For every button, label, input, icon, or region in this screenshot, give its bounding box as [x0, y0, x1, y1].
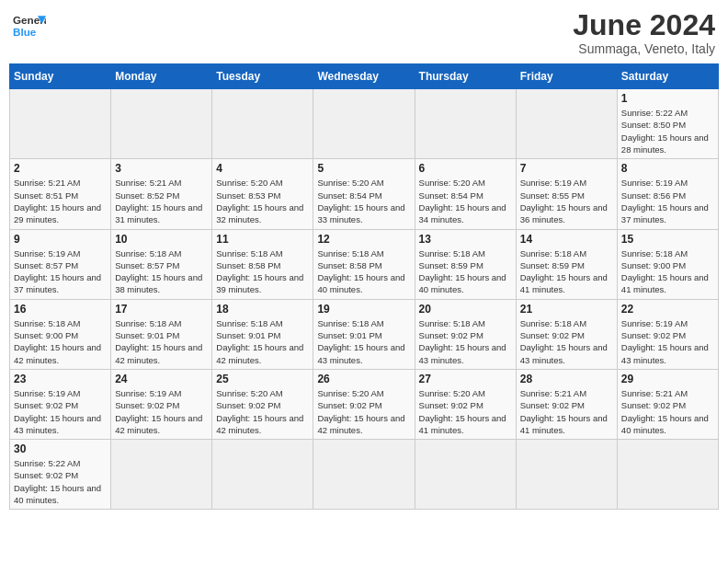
- day-info: Sunrise: 5:19 AM Sunset: 9:02 PM Dayligh…: [14, 387, 107, 436]
- day-info: Sunrise: 5:19 AM Sunset: 9:02 PM Dayligh…: [621, 317, 714, 366]
- day-info: Sunrise: 5:18 AM Sunset: 9:00 PM Dayligh…: [14, 317, 107, 366]
- day-info: Sunrise: 5:18 AM Sunset: 9:01 PM Dayligh…: [317, 317, 410, 366]
- day-number: 7: [520, 162, 613, 175]
- day-number: 23: [14, 373, 107, 385]
- day-number: 10: [115, 233, 208, 246]
- day-number: 11: [216, 233, 309, 246]
- logo-icon: General Blue: [13, 9, 46, 42]
- calendar-cell: [516, 440, 617, 510]
- day-info: Sunrise: 5:18 AM Sunset: 9:02 PM Dayligh…: [520, 317, 613, 366]
- day-info: Sunrise: 5:20 AM Sunset: 9:02 PM Dayligh…: [216, 387, 309, 436]
- day-number: 28: [520, 373, 613, 385]
- calendar-cell: 30Sunrise: 5:22 AM Sunset: 9:02 PM Dayli…: [10, 440, 111, 510]
- day-number: 14: [520, 233, 613, 246]
- day-info: Sunrise: 5:18 AM Sunset: 8:57 PM Dayligh…: [115, 247, 208, 296]
- weekday-header-friday: Friday: [516, 64, 617, 89]
- calendar-cell: [617, 440, 718, 510]
- weekday-header-row: SundayMondayTuesdayWednesdayThursdayFrid…: [10, 64, 719, 89]
- day-number: 2: [14, 162, 107, 175]
- day-number: 13: [419, 233, 512, 246]
- calendar-cell: 15Sunrise: 5:18 AM Sunset: 9:00 PM Dayli…: [617, 229, 718, 299]
- calendar-cell: 7Sunrise: 5:19 AM Sunset: 8:55 PM Daylig…: [516, 159, 617, 229]
- day-number: 19: [317, 303, 410, 316]
- day-info: Sunrise: 5:21 AM Sunset: 8:52 PM Dayligh…: [115, 177, 208, 225]
- weekday-header-thursday: Thursday: [415, 64, 516, 89]
- calendar-cell: 21Sunrise: 5:18 AM Sunset: 9:02 PM Dayli…: [516, 299, 617, 369]
- calendar-row-3: 16Sunrise: 5:18 AM Sunset: 9:00 PM Dayli…: [10, 299, 719, 369]
- day-number: 26: [317, 373, 410, 385]
- logo: General Blue: [13, 9, 46, 42]
- day-number: 5: [317, 162, 410, 175]
- location-subtitle: Summaga, Veneto, Italy: [573, 41, 715, 56]
- day-number: 12: [317, 233, 410, 246]
- day-number: 17: [115, 303, 208, 316]
- weekday-header-sunday: Sunday: [10, 64, 111, 89]
- calendar-table: SundayMondayTuesdayWednesdayThursdayFrid…: [9, 63, 719, 510]
- weekday-header-monday: Monday: [111, 64, 212, 89]
- day-info: Sunrise: 5:22 AM Sunset: 9:02 PM Dayligh…: [14, 457, 107, 506]
- calendar-cell: [516, 89, 617, 159]
- day-number: 27: [419, 373, 512, 385]
- day-info: Sunrise: 5:18 AM Sunset: 8:59 PM Dayligh…: [520, 247, 613, 296]
- calendar-cell: [415, 440, 516, 510]
- day-info: Sunrise: 5:20 AM Sunset: 8:53 PM Dayligh…: [216, 177, 309, 225]
- calendar-row-2: 9Sunrise: 5:19 AM Sunset: 8:57 PM Daylig…: [10, 229, 719, 299]
- calendar-cell: 13Sunrise: 5:18 AM Sunset: 8:59 PM Dayli…: [415, 229, 516, 299]
- month-title: June 2024: [573, 9, 715, 41]
- calendar-cell: 25Sunrise: 5:20 AM Sunset: 9:02 PM Dayli…: [212, 369, 313, 439]
- calendar-cell: [212, 440, 313, 510]
- day-number: 6: [419, 162, 512, 175]
- day-info: Sunrise: 5:19 AM Sunset: 8:55 PM Dayligh…: [520, 177, 613, 225]
- day-number: 8: [621, 162, 714, 175]
- day-info: Sunrise: 5:20 AM Sunset: 9:02 PM Dayligh…: [419, 387, 512, 436]
- calendar-row-5: 30Sunrise: 5:22 AM Sunset: 9:02 PM Dayli…: [10, 440, 719, 510]
- calendar-row-4: 23Sunrise: 5:19 AM Sunset: 9:02 PM Dayli…: [10, 369, 719, 439]
- day-number: 18: [216, 303, 309, 316]
- day-info: Sunrise: 5:18 AM Sunset: 8:59 PM Dayligh…: [419, 247, 512, 296]
- page-header: General Blue June 2024 Summaga, Veneto, …: [9, 9, 719, 56]
- calendar-cell: [212, 89, 313, 159]
- calendar-cell: 29Sunrise: 5:21 AM Sunset: 9:02 PM Dayli…: [617, 369, 718, 439]
- calendar-cell: [10, 89, 111, 159]
- calendar-cell: 3Sunrise: 5:21 AM Sunset: 8:52 PM Daylig…: [111, 159, 212, 229]
- day-info: Sunrise: 5:18 AM Sunset: 9:02 PM Dayligh…: [419, 317, 512, 366]
- day-info: Sunrise: 5:20 AM Sunset: 9:02 PM Dayligh…: [317, 387, 410, 436]
- title-block: June 2024 Summaga, Veneto, Italy: [573, 9, 715, 56]
- calendar-cell: 24Sunrise: 5:19 AM Sunset: 9:02 PM Dayli…: [111, 369, 212, 439]
- day-number: 29: [621, 373, 714, 385]
- calendar-cell: 19Sunrise: 5:18 AM Sunset: 9:01 PM Dayli…: [313, 299, 415, 369]
- calendar-cell: [111, 89, 212, 159]
- calendar-cell: 18Sunrise: 5:18 AM Sunset: 9:01 PM Dayli…: [212, 299, 313, 369]
- day-number: 15: [621, 233, 714, 246]
- day-number: 22: [621, 303, 714, 316]
- day-number: 20: [419, 303, 512, 316]
- calendar-cell: 27Sunrise: 5:20 AM Sunset: 9:02 PM Dayli…: [415, 369, 516, 439]
- day-number: 4: [216, 162, 309, 175]
- calendar-cell: 20Sunrise: 5:18 AM Sunset: 9:02 PM Dayli…: [415, 299, 516, 369]
- calendar-cell: 26Sunrise: 5:20 AM Sunset: 9:02 PM Dayli…: [313, 369, 415, 439]
- calendar-cell: 6Sunrise: 5:20 AM Sunset: 8:54 PM Daylig…: [415, 159, 516, 229]
- day-info: Sunrise: 5:18 AM Sunset: 8:58 PM Dayligh…: [216, 247, 309, 296]
- day-info: Sunrise: 5:19 AM Sunset: 8:56 PM Dayligh…: [621, 177, 714, 225]
- weekday-header-tuesday: Tuesday: [212, 64, 313, 89]
- day-number: 30: [14, 442, 107, 455]
- day-info: Sunrise: 5:21 AM Sunset: 8:51 PM Dayligh…: [14, 177, 107, 225]
- day-number: 9: [14, 233, 107, 246]
- calendar-row-0: 1Sunrise: 5:22 AM Sunset: 8:50 PM Daylig…: [10, 89, 719, 159]
- day-info: Sunrise: 5:22 AM Sunset: 8:50 PM Dayligh…: [621, 107, 714, 155]
- calendar-row-1: 2Sunrise: 5:21 AM Sunset: 8:51 PM Daylig…: [10, 159, 719, 229]
- day-info: Sunrise: 5:18 AM Sunset: 9:00 PM Dayligh…: [621, 247, 714, 296]
- calendar-cell: 23Sunrise: 5:19 AM Sunset: 9:02 PM Dayli…: [10, 369, 111, 439]
- calendar-cell: 8Sunrise: 5:19 AM Sunset: 8:56 PM Daylig…: [617, 159, 718, 229]
- weekday-header-wednesday: Wednesday: [313, 64, 415, 89]
- day-info: Sunrise: 5:21 AM Sunset: 9:02 PM Dayligh…: [520, 387, 613, 436]
- day-info: Sunrise: 5:18 AM Sunset: 9:01 PM Dayligh…: [216, 317, 309, 366]
- calendar-cell: [415, 89, 516, 159]
- day-info: Sunrise: 5:19 AM Sunset: 9:02 PM Dayligh…: [115, 387, 208, 436]
- calendar-cell: 17Sunrise: 5:18 AM Sunset: 9:01 PM Dayli…: [111, 299, 212, 369]
- calendar-cell: [111, 440, 212, 510]
- calendar-cell: 28Sunrise: 5:21 AM Sunset: 9:02 PM Dayli…: [516, 369, 617, 439]
- calendar-cell: 2Sunrise: 5:21 AM Sunset: 8:51 PM Daylig…: [10, 159, 111, 229]
- day-info: Sunrise: 5:20 AM Sunset: 8:54 PM Dayligh…: [317, 177, 410, 225]
- calendar-cell: 5Sunrise: 5:20 AM Sunset: 8:54 PM Daylig…: [313, 159, 415, 229]
